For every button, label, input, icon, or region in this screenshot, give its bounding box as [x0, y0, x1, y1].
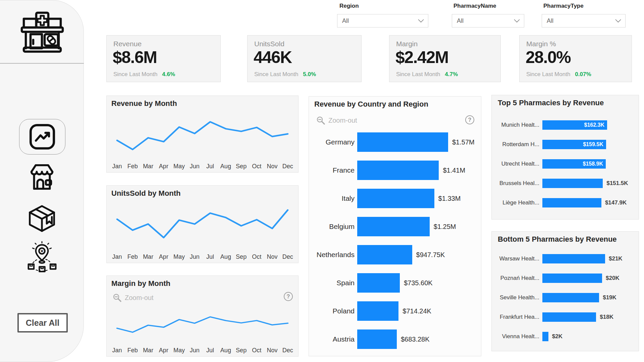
zoom-out-button[interactable]: Zoom-out [113, 293, 154, 302]
bar-row: Frankfurt Hea...$18K [494, 307, 637, 327]
bar-zone: $162.3K [542, 120, 637, 130]
clear-all-button[interactable]: Clear All [17, 313, 68, 333]
line-chart[interactable] [109, 111, 296, 159]
bar-value-label: $19K [603, 294, 616, 301]
month-tick-label: Nov [265, 253, 280, 260]
bar-zone: $1.57M [357, 132, 480, 152]
bar-value-label: $947.75K [416, 251, 445, 259]
pharmacy-name-filter-value: All [457, 17, 464, 24]
chart-title: Revenue by Country and Region [314, 100, 428, 109]
bar[interactable] [542, 179, 603, 188]
bar-category-label: Germany [312, 138, 357, 146]
bar-category-label: Rotterdam H... [494, 141, 542, 148]
bar[interactable] [542, 312, 596, 322]
region-filter-value: All [342, 17, 349, 24]
bar-category-label: Frankfurt Hea... [494, 314, 542, 320]
bar-category-label: Poland [312, 307, 357, 315]
pharmacy-name-filter-dropdown[interactable]: All [452, 14, 524, 27]
revenue-by-country-panel: Revenue by Country and Region Zoom-out ?… [309, 96, 481, 356]
region-filter-label: Region [339, 3, 359, 9]
month-tick-label: Sep [233, 253, 249, 260]
bar[interactable] [542, 254, 605, 263]
sidebar-item-package[interactable] [0, 204, 84, 232]
month-tick-label: Oct [249, 347, 264, 354]
month-tick-label: Jul [203, 347, 218, 354]
bar[interactable] [357, 189, 434, 208]
month-tick-label: Aug [218, 253, 233, 260]
bar[interactable] [542, 293, 599, 302]
kpi-change-badge: 5.0% [303, 71, 316, 77]
bar-value-label: $159.5K [583, 141, 603, 147]
unitssold-by-month-panel: UnitsSold by Month JanFebMarAprMayJunJul… [106, 185, 299, 263]
region-filter-dropdown[interactable]: All [337, 14, 428, 27]
bar[interactable] [542, 332, 548, 341]
month-tick-label: Jul [203, 163, 218, 170]
bar-zone: $1.41M [357, 161, 480, 180]
chevron-down-icon [514, 19, 520, 23]
pharmacy-type-filter-label: PharmacyType [543, 3, 584, 9]
kpi-change-badge: 4.7% [445, 71, 458, 77]
bar-zone: $151.5K [542, 179, 637, 188]
bar[interactable]: $158.9K [542, 159, 606, 169]
zoom-out-button[interactable]: Zoom-out [316, 116, 357, 125]
bar-category-label: Utrecht Healt... [494, 161, 542, 167]
sidebar-item-store[interactable] [0, 163, 84, 191]
bar[interactable]: $162.3K [542, 120, 607, 130]
bar-chart: Germany$1.57MFrance$1.41MItaly$1.33MBelg… [312, 128, 480, 353]
bar-category-label: Munich Healt... [494, 122, 542, 128]
distribution-network-icon: ★ [26, 241, 58, 273]
bar[interactable] [357, 329, 397, 349]
bar-value-label: $20K [606, 275, 620, 282]
magnifier-minus-icon [113, 293, 121, 302]
bar-chart: Munich Healt...$162.3KRotterdam H...$159… [494, 115, 637, 213]
help-icon[interactable]: ? [465, 115, 474, 124]
sidebar-divider [0, 63, 84, 64]
bar-value-label: $2K [552, 333, 562, 340]
bar[interactable] [357, 301, 398, 321]
bar-category-label: Spain [312, 279, 357, 287]
bar[interactable] [357, 161, 439, 180]
line-chart[interactable] [109, 201, 296, 249]
bar-value-label: $18K [600, 314, 613, 320]
bar[interactable] [357, 217, 430, 236]
chevron-down-icon [615, 19, 621, 23]
help-icon[interactable]: ? [284, 292, 293, 301]
bar-category-label: Liège Health... [494, 199, 542, 206]
kpi-value: $8.6M [113, 48, 157, 67]
bar-zone: $683.28K [357, 329, 480, 349]
bar[interactable] [542, 198, 601, 207]
month-tick-label: Dec [280, 253, 296, 260]
sidebar-item-analytics[interactable] [19, 119, 65, 155]
month-tick-label: Dec [280, 163, 296, 170]
month-tick-label: Jul [203, 253, 218, 260]
bar[interactable] [357, 273, 400, 293]
bar[interactable]: $159.5K [542, 140, 606, 149]
kpi-title: Margin [396, 40, 418, 48]
line-chart[interactable] [109, 307, 296, 344]
bar-zone: $20K [542, 274, 637, 283]
month-tick-label: Jun [187, 347, 202, 354]
kpi-title: Revenue [113, 40, 142, 48]
pharmacy-type-filter-dropdown[interactable]: All [542, 14, 626, 27]
month-tick-label: Aug [218, 347, 233, 354]
kpi-change-badge: 0.07% [575, 71, 591, 77]
sidebar: ★ Clear All [0, 0, 84, 362]
x-axis-labels: JanFebMarAprMayJunJulAugSepOctNovDec [109, 347, 296, 354]
bar-zone: $158.9K [542, 159, 637, 169]
chevron-down-icon [418, 19, 424, 23]
bar[interactable] [357, 132, 448, 152]
chart-title: UnitsSold by Month [111, 189, 181, 198]
bar-row: Brussels Heal...$151.5K [494, 174, 637, 193]
bar[interactable] [542, 274, 602, 283]
kpi-change-badge: 4.6% [162, 71, 175, 77]
month-tick-label: May [171, 163, 187, 170]
margin-by-month-panel: Margin by Month Zoom-out ? JanFebMarAprM… [106, 276, 299, 357]
sidebar-item-distribution[interactable]: ★ [0, 241, 84, 273]
bar-category-label: Warsaw Healt... [494, 255, 542, 262]
bar[interactable] [357, 245, 412, 264]
bar-row: Germany$1.57M [312, 128, 480, 156]
bar-category-label: Netherlands [312, 251, 357, 259]
kpi-value: 446K [254, 48, 292, 67]
x-axis-labels: JanFebMarAprMayJunJulAugSepOctNovDec [109, 253, 296, 260]
month-tick-label: Sep [233, 347, 249, 354]
